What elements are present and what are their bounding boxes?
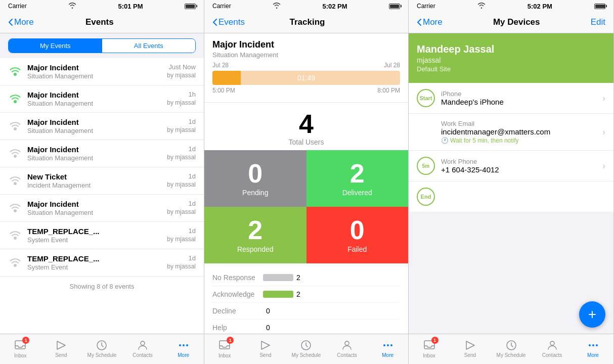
segment-all-events[interactable]: All Events bbox=[102, 39, 196, 53]
chevron-right-icon: › bbox=[602, 93, 605, 104]
event-time: 1d bbox=[167, 172, 196, 180]
event-by: by mjassal bbox=[167, 208, 196, 215]
svg-point-6 bbox=[14, 237, 17, 240]
list-item[interactable]: Major Incident Situation Management 1d b… bbox=[0, 113, 204, 140]
event-by: by mjassal bbox=[167, 126, 196, 133]
event-meta: 1d by mjassal bbox=[167, 145, 196, 161]
tab-contacts-1[interactable]: Contacts bbox=[122, 336, 163, 361]
tab-schedule-1[interactable]: My Schedule bbox=[81, 336, 122, 361]
response-bar bbox=[263, 291, 293, 298]
stat-delivered-label: Delivered bbox=[342, 189, 372, 197]
time-labels: 5:00 PM 8:00 PM bbox=[212, 85, 400, 96]
event-meta: 1d by mjassal bbox=[167, 254, 196, 270]
tab-label: Send bbox=[464, 352, 476, 358]
profile-site: Default Site bbox=[417, 65, 605, 73]
svg-point-11 bbox=[179, 344, 181, 346]
response-row-ack: Acknowledge 2 bbox=[212, 286, 400, 303]
svg-point-18 bbox=[387, 344, 389, 346]
event-time: 1d bbox=[167, 227, 196, 235]
tab-contacts-2[interactable]: Contacts bbox=[327, 336, 368, 361]
event-content: Major Incident Situation Management bbox=[27, 200, 162, 216]
svg-point-5 bbox=[14, 209, 17, 212]
event-by: by mjassal bbox=[167, 72, 196, 79]
tab-inbox-2[interactable]: 1 Inbox bbox=[204, 336, 245, 361]
svg-point-1 bbox=[14, 100, 17, 103]
timeline-dates: Jul 28 Jul 28 bbox=[212, 59, 400, 71]
nav-title-2: Tracking bbox=[290, 17, 325, 27]
inbox-badge-3: 1 bbox=[431, 337, 438, 344]
tab-schedule-2[interactable]: My Schedule bbox=[286, 336, 327, 361]
profile-name: Mandeep Jassal bbox=[417, 43, 605, 55]
tab-send-3[interactable]: Send bbox=[450, 336, 491, 361]
list-item[interactable]: TEMP_REPLACE_... System Event 1d by mjas… bbox=[0, 249, 204, 277]
response-value: 0 bbox=[266, 307, 270, 315]
tab-label: More bbox=[178, 352, 189, 358]
device-item-phone[interactable]: 5m Work Phone +1 604-325-4012 › bbox=[409, 151, 613, 181]
panel-tracking: Carrier 5:02 PM Events Tracking Major In… bbox=[204, 0, 409, 364]
segment-control: My Events All Events bbox=[8, 38, 196, 53]
tab-label: Inbox bbox=[218, 353, 231, 358]
segment-my-events[interactable]: My Events bbox=[9, 39, 102, 53]
event-subtitle: Situation Management bbox=[27, 100, 162, 107]
device-type: Work Email bbox=[441, 120, 602, 127]
device-info-iphone: iPhone Mandeep's iPhone bbox=[441, 90, 602, 106]
tracking-header: Major Incident Situation Management Jul … bbox=[204, 33, 408, 103]
event-time: 1d bbox=[167, 254, 196, 262]
back-button-3[interactable]: More bbox=[417, 17, 443, 27]
tab-contacts-3[interactable]: Contacts bbox=[532, 336, 573, 361]
list-item[interactable]: Major Incident Situation Management 1h b… bbox=[0, 85, 204, 113]
tab-send-2[interactable]: Send bbox=[245, 336, 286, 361]
event-subtitle: Situation Management bbox=[27, 127, 162, 134]
timeline-label: 01:49 bbox=[297, 74, 315, 82]
response-table: No Response 2 Acknowledge 2 Decline 0 bbox=[204, 263, 408, 334]
status-bar-3: Carrier 5:02 PM bbox=[409, 0, 613, 11]
event-meta: 1d by mjassal bbox=[167, 200, 196, 215]
tab-more-2[interactable]: More bbox=[367, 336, 408, 361]
send-icon bbox=[464, 339, 476, 351]
fab-add-button[interactable]: + bbox=[579, 301, 605, 328]
response-row-noresp: No Response 2 bbox=[212, 269, 400, 286]
list-item[interactable]: Major Incident Situation Management 1d b… bbox=[0, 140, 204, 167]
signal-icon-inactive bbox=[8, 228, 22, 242]
tab-more-3[interactable]: More bbox=[573, 336, 613, 361]
device-note: 🕐 Wait for 5 min, then notify bbox=[441, 137, 602, 144]
contacts-icon bbox=[546, 339, 558, 351]
device-item-iphone[interactable]: Start iPhone Mandeep's iPhone › bbox=[409, 83, 613, 114]
list-item[interactable]: Major Incident Situation Management 1d b… bbox=[0, 195, 204, 222]
carrier-2: Carrier bbox=[212, 3, 231, 10]
event-time: 1d bbox=[167, 118, 196, 125]
list-item[interactable]: TEMP_REPLACE_... System Event 1d by mjas… bbox=[0, 222, 204, 249]
svg-point-7 bbox=[14, 264, 17, 267]
event-by: by mjassal bbox=[167, 236, 196, 243]
back-button-1[interactable]: More bbox=[8, 17, 34, 27]
device-item-email[interactable]: Work Email incidentmanager@xmatters.com … bbox=[409, 114, 613, 151]
inbox-badge-2: 1 bbox=[227, 337, 234, 344]
tab-label: Contacts bbox=[542, 352, 562, 358]
event-content: Major Incident Situation Management bbox=[27, 118, 162, 134]
tab-send-1[interactable]: Send bbox=[41, 336, 82, 361]
response-bar-container: 0 bbox=[263, 307, 400, 315]
tab-more-1[interactable]: More bbox=[163, 336, 204, 361]
edit-button[interactable]: Edit bbox=[591, 17, 605, 27]
back-button-2[interactable]: Events bbox=[212, 17, 245, 27]
svg-point-0 bbox=[14, 73, 17, 76]
tab-label: My Schedule bbox=[292, 352, 321, 358]
event-subtitle: Situation Management bbox=[27, 209, 162, 216]
panel-events: Carrier 5:01 PM More Events My Events Al… bbox=[0, 0, 204, 364]
chevron-right-icon: › bbox=[602, 161, 605, 171]
panel-devices: Carrier 5:02 PM More My Devices Edit Man… bbox=[409, 0, 614, 364]
list-item[interactable]: New Ticket Incident Management 1d by mja… bbox=[0, 167, 204, 195]
tab-inbox-3[interactable]: 1 Inbox bbox=[409, 336, 450, 361]
tab-label: More bbox=[382, 352, 393, 358]
wifi-icon-3 bbox=[477, 3, 486, 10]
event-title: Major Incident bbox=[27, 118, 162, 126]
signal-icon-inactive bbox=[8, 146, 22, 160]
showing-label: Showing 8 of 8 events bbox=[0, 277, 204, 296]
tab-schedule-3[interactable]: My Schedule bbox=[491, 336, 532, 361]
list-item[interactable]: Major Incident Situation Management Just… bbox=[0, 58, 204, 85]
tab-bar-3: 1 Inbox Send My Schedule Contacts bbox=[409, 334, 613, 364]
signal-icon-inactive bbox=[8, 173, 22, 188]
devices-list: Start iPhone Mandeep's iPhone › Work Ema… bbox=[409, 83, 613, 334]
tab-inbox-1[interactable]: 1 Inbox bbox=[0, 336, 41, 361]
device-step-end: End bbox=[417, 188, 435, 206]
